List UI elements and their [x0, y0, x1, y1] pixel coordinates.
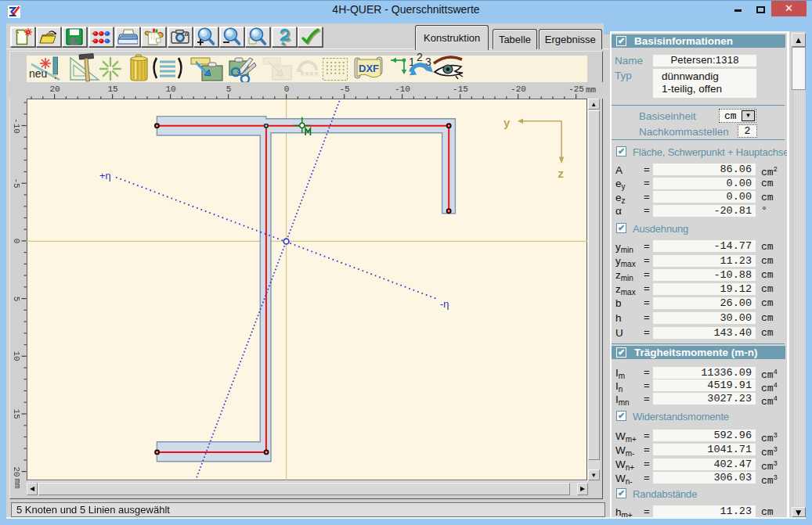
svg-text:y: y [503, 117, 511, 129]
svg-text:+η: +η [99, 169, 111, 181]
svg-text:z: z [558, 167, 564, 180]
svg-text:-η: -η [440, 297, 449, 309]
